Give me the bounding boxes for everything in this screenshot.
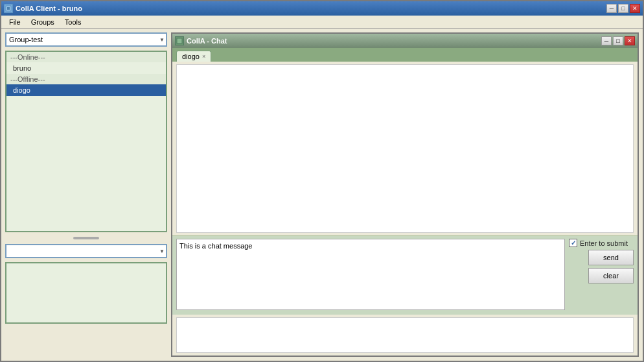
chat-input-area: This is a chat message Enter to submit s… xyxy=(172,235,638,315)
bottom-select[interactable] xyxy=(5,244,167,258)
group-select-wrapper: Group-test Group-dev Group-admin xyxy=(5,32,167,47)
clear-button[interactable]: clear xyxy=(588,268,634,284)
svg-rect-1 xyxy=(7,7,10,10)
main-title-bar: CollA Client - bruno ─ □ ✕ xyxy=(1,1,643,16)
chat-minimize-button[interactable]: ─ xyxy=(601,36,612,45)
main-window-controls: ─ □ ✕ xyxy=(606,4,640,13)
chat-bottom-area xyxy=(176,317,634,353)
chat-tab-label: diogo xyxy=(182,53,200,60)
chat-close-button[interactable]: ✕ xyxy=(625,36,635,45)
online-header: ---Online--- xyxy=(6,52,166,62)
bottom-select-wrapper xyxy=(5,244,167,258)
bottom-text-area[interactable] xyxy=(5,262,167,324)
chat-input-left: This is a chat message xyxy=(176,239,565,312)
menu-groups[interactable]: Groups xyxy=(26,17,60,27)
chat-title-bar: CollA - Chat ─ □ ✕ xyxy=(172,34,638,48)
close-button[interactable]: ✕ xyxy=(630,4,640,13)
main-title: CollA Client - bruno xyxy=(16,5,82,12)
title-bar-left: CollA Client - bruno xyxy=(4,4,82,13)
send-button[interactable]: send xyxy=(588,250,634,265)
chat-message-input[interactable]: This is a chat message xyxy=(176,239,565,310)
chat-tab-diogo[interactable]: diogo × xyxy=(176,51,211,62)
content-area: Group-test Group-dev Group-admin ---Onli… xyxy=(1,29,643,361)
contact-item-bruno[interactable]: bruno xyxy=(6,62,166,74)
offline-header: ---Offline--- xyxy=(6,74,166,84)
svg-rect-2 xyxy=(177,38,182,43)
enter-to-submit-container: Enter to submit xyxy=(569,239,634,247)
enter-to-submit-checkbox[interactable] xyxy=(569,239,577,247)
chat-window-icon xyxy=(175,36,184,45)
chat-messages xyxy=(176,64,634,233)
chat-title: CollA - Chat xyxy=(187,37,227,45)
chat-title-left: CollA - Chat xyxy=(175,36,227,45)
contact-list-container: ---Online--- bruno ---Offline--- diogo xyxy=(5,51,167,232)
contact-item-diogo[interactable]: diogo xyxy=(6,84,166,96)
enter-to-submit-label: Enter to submit xyxy=(580,239,628,247)
menu-tools[interactable]: Tools xyxy=(60,17,87,27)
divider-area xyxy=(5,236,167,240)
left-panel: Group-test Group-dev Group-admin ---Onli… xyxy=(5,32,167,357)
divider-handle[interactable] xyxy=(73,237,99,239)
chat-tabs: diogo × xyxy=(172,48,638,62)
chat-window: CollA - Chat ─ □ ✕ diogo × xyxy=(171,32,639,357)
app-icon xyxy=(4,4,13,13)
chat-maximize-button[interactable]: □ xyxy=(613,36,623,45)
chat-window-controls: ─ □ ✕ xyxy=(601,36,635,45)
menu-bar: File Groups Tools xyxy=(1,16,643,29)
group-select[interactable]: Group-test Group-dev Group-admin xyxy=(5,32,167,47)
chat-input-right: Enter to submit send clear xyxy=(569,239,634,312)
chat-tab-close-icon[interactable]: × xyxy=(202,53,205,60)
menu-file[interactable]: File xyxy=(4,17,26,27)
minimize-button[interactable]: ─ xyxy=(606,4,617,13)
contact-list: ---Online--- bruno ---Offline--- diogo xyxy=(6,52,166,96)
main-window: CollA Client - bruno ─ □ ✕ File Groups T… xyxy=(0,0,644,362)
maximize-button[interactable]: □ xyxy=(618,4,628,13)
